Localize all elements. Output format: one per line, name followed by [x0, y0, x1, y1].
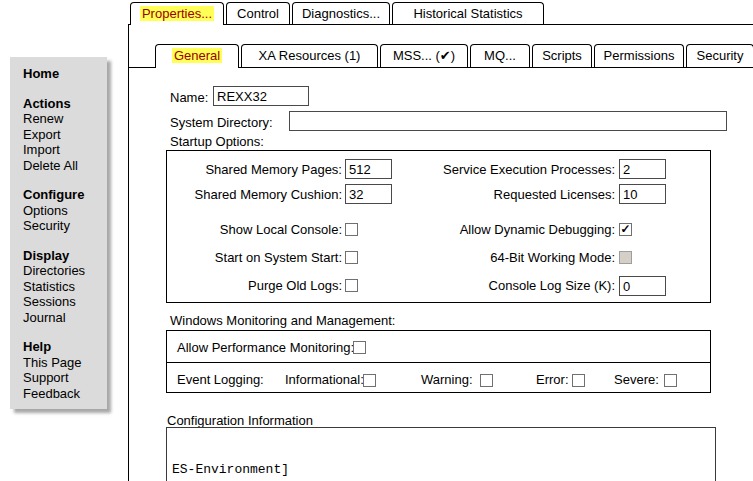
monitoring-heading: Windows Monitoring and Management:	[170, 313, 395, 328]
shared-memory-cushion-input[interactable]	[345, 184, 392, 204]
allow-dynamic-debugging-label: Allow Dynamic Debugging:	[397, 222, 615, 237]
tab-security[interactable]: Security	[686, 44, 753, 67]
tab-permissions-label: Permissions	[602, 48, 677, 63]
sidebar-heading-configure: Configure	[23, 187, 103, 203]
system-directory-input[interactable]	[289, 111, 727, 131]
shared-memory-pages-label: Shared Memory Pages:	[168, 162, 342, 177]
sidebar-item-journal[interactable]: Journal	[23, 310, 103, 326]
tab-diagnostics[interactable]: Diagnostics...	[292, 2, 390, 24]
startup-options-heading: Startup Options:	[170, 134, 264, 149]
severe-label: Severe:	[614, 372, 659, 387]
purge-old-logs-label: Purge Old Logs:	[168, 278, 342, 293]
64-bit-working-mode-checkbox	[619, 251, 632, 264]
show-local-console-checkbox[interactable]	[345, 223, 358, 236]
show-local-console-label: Show Local Console:	[168, 222, 342, 237]
sidebar-heading-help: Help	[23, 339, 103, 355]
tab-properties[interactable]: Properties...	[130, 2, 224, 25]
startup-options-groupbox: Shared Memory Pages: Service Execution P…	[166, 150, 711, 303]
start-on-system-start-label: Start on System Start:	[168, 250, 342, 265]
console-log-size-input[interactable]	[619, 276, 666, 296]
event-logging-label: Event Logging:	[177, 372, 264, 387]
sidebar-item-renew[interactable]: Renew	[23, 111, 103, 127]
name-input[interactable]	[213, 86, 309, 106]
config-line-1: ES-Environment]	[172, 462, 710, 478]
requested-licenses-label: Requested Licenses:	[397, 187, 615, 202]
sidebar-item-export[interactable]: Export	[23, 127, 103, 143]
tab-diagnostics-label: Diagnostics...	[300, 6, 382, 21]
tab-scripts-label: Scripts	[540, 48, 584, 63]
sidebar-item-import[interactable]: Import	[23, 142, 103, 158]
tab-properties-label: Properties...	[140, 6, 214, 21]
sidebar-item-home[interactable]: Home	[23, 66, 103, 82]
tab-mss-label: MSS... (✔)	[391, 48, 457, 63]
requested-licenses-input[interactable]	[619, 184, 666, 204]
start-on-system-start-checkbox[interactable]	[345, 251, 358, 264]
64-bit-working-mode-label: 64-Bit Working Mode:	[397, 250, 615, 265]
sidebar-item-support[interactable]: Support	[23, 370, 103, 386]
console-log-size-label: Console Log Size (K):	[397, 278, 615, 293]
configuration-information-heading: Configuration Information	[167, 413, 313, 428]
app: Home Actions Renew Export Import Delete …	[0, 0, 753, 481]
sidebar-item-sessions[interactable]: Sessions	[23, 294, 103, 310]
tab-xa-resources[interactable]: XA Resources (1)	[241, 44, 378, 67]
purge-old-logs-checkbox[interactable]	[345, 279, 358, 292]
error-label: Error:	[536, 372, 569, 387]
tab-xa-resources-label: XA Resources (1)	[257, 48, 363, 63]
sidebar-item-feedback[interactable]: Feedback	[23, 386, 103, 402]
sidebar-heading-actions: Actions	[23, 96, 103, 112]
tab-general[interactable]: General	[155, 44, 239, 68]
name-label: Name:	[170, 90, 208, 105]
system-directory-label: System Directory:	[170, 115, 273, 130]
sidebar-item-directories[interactable]: Directories	[23, 263, 103, 279]
sidebar-heading-display: Display	[23, 248, 103, 264]
panel-left-border	[128, 24, 129, 481]
tab-mq[interactable]: MQ...	[470, 44, 530, 67]
shared-memory-cushion-label: Shared Memory Cushion:	[168, 187, 342, 202]
sidebar-item-delete-all[interactable]: Delete All	[23, 158, 103, 174]
warning-checkbox[interactable]	[480, 374, 493, 387]
monitoring-row-divider	[167, 362, 710, 363]
tab-historical-statistics-label: Historical Statistics	[411, 6, 524, 21]
tab-historical-statistics[interactable]: Historical Statistics	[392, 2, 544, 24]
tab-security-label: Security	[695, 48, 746, 63]
shared-memory-pages-input[interactable]	[345, 159, 392, 179]
warning-label: Warning:	[421, 372, 473, 387]
tab-mss[interactable]: MSS... (✔)	[380, 44, 468, 67]
informational-checkbox[interactable]	[363, 374, 376, 387]
monitoring-groupbox: Allow Performance Monitoring: Event Logg…	[166, 330, 711, 393]
sidebar: Home Actions Renew Export Import Delete …	[10, 57, 107, 409]
informational-label: Informational:	[285, 372, 364, 387]
configuration-textarea[interactable]: ES-Environment] MFTRACE_CONFIG=C:\Users\…	[166, 427, 716, 481]
sidebar-item-this-page[interactable]: This Page	[23, 355, 103, 371]
tab-permissions[interactable]: Permissions	[594, 44, 684, 67]
tab-scripts[interactable]: Scripts	[532, 44, 592, 67]
service-execution-processes-input[interactable]	[619, 159, 666, 179]
tab-general-label: General	[172, 48, 222, 63]
sidebar-item-statistics[interactable]: Statistics	[23, 279, 103, 295]
sidebar-item-options[interactable]: Options	[23, 203, 103, 219]
service-execution-processes-label: Service Execution Processes:	[397, 162, 615, 177]
tab-mq-label: MQ...	[482, 48, 518, 63]
error-checkbox[interactable]	[572, 374, 585, 387]
severe-checkbox[interactable]	[664, 374, 677, 387]
allow-performance-monitoring-label: Allow Performance Monitoring:	[177, 340, 354, 355]
tab-control-label: Control	[235, 6, 281, 21]
allow-dynamic-debugging-checkbox[interactable]	[619, 223, 632, 236]
allow-performance-monitoring-checkbox[interactable]	[353, 341, 366, 354]
tab-control[interactable]: Control	[226, 2, 290, 24]
sidebar-item-security[interactable]: Security	[23, 218, 103, 234]
